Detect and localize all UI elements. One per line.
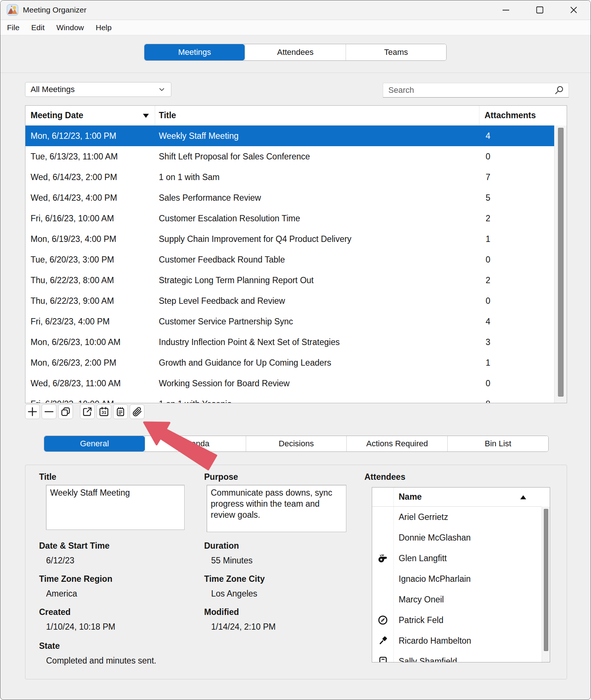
cell-date: Tue, 6/20/23, 3:00 PM	[25, 255, 155, 265]
table-row[interactable]: Fri, 6/23/23, 4:00 PMCustomer Service Pa…	[25, 311, 554, 332]
main-tab-bar: MeetingsAttendeesTeams	[144, 44, 447, 61]
tz-city-value: Los Angeles	[211, 589, 257, 599]
date-start-label: Date & Start Time	[39, 541, 109, 551]
table-row[interactable]: Wed, 6/14/23, 4:00 PMSales Performance R…	[25, 187, 554, 208]
attendee-row[interactable]: Marcy Oneil	[372, 589, 542, 610]
attendee-row[interactable]: Ricardo Hambelton	[372, 630, 542, 651]
cell-date: Tue, 6/13/23, 11:00 AM	[25, 152, 155, 162]
cell-date: Mon, 6/26/23, 2:00 PM	[25, 358, 155, 368]
menu-edit[interactable]: Edit	[31, 23, 45, 32]
attendees-rows: Ariel GerrietzDonnie McGlashanGlen Langf…	[372, 507, 542, 662]
meetings-scrollbar-thumb[interactable]	[558, 128, 563, 397]
attachment-button[interactable]	[130, 404, 144, 419]
table-row[interactable]: Thu, 6/22/23, 9:00 AMStep Level Feedback…	[25, 291, 554, 311]
menu-window[interactable]: Window	[56, 23, 84, 32]
cell-title: Working Session for Board Review	[155, 379, 479, 388]
attendee-row[interactable]: Patrick Feld	[372, 610, 542, 630]
menu-bar: FileEditWindowHelp	[0, 20, 591, 35]
search-input[interactable]	[388, 85, 554, 95]
tab-attendees[interactable]: Attendees	[245, 44, 345, 60]
calendar-31-icon: 31	[99, 407, 109, 417]
tab-teams[interactable]: Teams	[346, 44, 446, 60]
attendee-row[interactable]: Ignacio McPharlain	[372, 569, 542, 589]
open-record-button[interactable]	[80, 404, 95, 419]
column-header-attachments[interactable]: Attachments	[479, 106, 553, 125]
cell-date: Fri, 6/23/23, 4:00 PM	[25, 317, 155, 327]
table-row-clipped[interactable]: Fri, 6/30/23, 10:00 AM1 on 1 with Yeseni…	[25, 394, 554, 403]
title-field[interactable]: Weekly Staff Meeting	[46, 485, 185, 530]
attendees-scrollbar-thumb[interactable]	[544, 509, 548, 651]
table-row[interactable]: Wed, 6/14/23, 2:00 PM1 on 1 with Sam7	[25, 167, 554, 187]
detail-tab-decisions[interactable]: Decisions	[246, 436, 347, 451]
attendee-row[interactable]: Glen Langfitt	[372, 548, 542, 569]
sort-asc-icon	[520, 495, 526, 499]
duration-value: 55 Minutes	[211, 556, 253, 566]
svg-text:31: 31	[101, 410, 106, 415]
detail-tab-bin-list[interactable]: Bin List	[447, 436, 548, 451]
maximize-icon[interactable]	[523, 0, 557, 20]
cell-title: Step Level Feedback and Review	[155, 296, 479, 306]
meetings-table: Meeting Date Title Attachments Mon, 6/12…	[25, 105, 567, 403]
table-row[interactable]: Tue, 6/13/23, 11:00 AMShift Left Proposa…	[25, 146, 554, 167]
table-row[interactable]: Mon, 6/26/23, 2:00 PMGrowth and Guidance…	[25, 352, 554, 373]
table-row[interactable]: Thu, 6/22/23, 8:00 AMStrategic Long Term…	[25, 270, 554, 291]
table-row[interactable]: Mon, 6/12/23, 1:00 PMWeekly Staff Meetin…	[25, 126, 554, 146]
attendee-name: Ariel Gerrietz	[394, 512, 448, 522]
modified-value: 1/14/24, 2:10 PM	[211, 622, 276, 632]
attendee-row[interactable]: Ariel Gerrietz	[372, 507, 542, 527]
cell-attach: 0	[479, 296, 553, 306]
meetings-table-header: Meeting Date Title Attachments	[25, 106, 554, 126]
attendees-scrollbar	[542, 507, 550, 662]
calendar-button[interactable]: 31	[97, 404, 111, 419]
attendees-name-column-header[interactable]: Name	[372, 492, 422, 502]
attendees-list: Name Ariel GerrietzDonnie McGlashanGlen …	[372, 487, 550, 662]
cell-attach: 2	[479, 214, 553, 224]
column-header-meeting-date[interactable]: Meeting Date	[25, 106, 155, 125]
purpose-field[interactable]: Communicate pass downs, sync progress wi…	[207, 485, 346, 532]
detail-tab-bar: GeneralAgendaDecisionsActions RequiredBi…	[44, 436, 549, 452]
cell-title: Strategic Long Term Planning Report Out	[155, 275, 479, 285]
table-row[interactable]: Mon, 6/26/23, 10:00 AMIndustry Inflectio…	[25, 332, 554, 352]
cell-date: Wed, 6/28/23, 11:00 AM	[25, 379, 155, 388]
minimize-icon[interactable]	[489, 0, 523, 20]
tab-meetings[interactable]: Meetings	[144, 44, 245, 60]
attendee-row[interactable]: Donnie McGlashan	[372, 527, 542, 548]
menu-file[interactable]: File	[7, 23, 20, 32]
state-label: State	[39, 641, 60, 651]
cell-title: 1 on 1 with Yesenia	[155, 399, 479, 403]
meetings-filter-dropdown[interactable]: All Meetings	[25, 82, 171, 97]
notes-icon	[115, 407, 126, 417]
attendees-label: Attendees	[364, 472, 405, 482]
detail-tab-agenda[interactable]: Agenda	[145, 436, 246, 451]
table-row[interactable]: Mon, 6/19/23, 4:00 PMSupply Chain Improv…	[25, 229, 554, 249]
cell-attach: 2	[479, 275, 553, 285]
column-header-title[interactable]: Title	[155, 106, 479, 125]
delete-record-button[interactable]	[42, 404, 56, 419]
gavel-icon	[372, 635, 394, 646]
cell-attach: 8	[479, 399, 553, 403]
cell-title: Shift Left Proposal for Sales Conference	[155, 152, 479, 162]
tz-region-value: America	[46, 589, 77, 599]
purpose-field-value: Communicate pass downs, sync progress wi…	[211, 488, 332, 520]
cell-attach: 0	[479, 152, 553, 162]
detail-tab-actions-required[interactable]: Actions Required	[346, 436, 447, 451]
plus-icon	[27, 407, 38, 417]
notes-button[interactable]	[113, 404, 128, 419]
close-icon[interactable]	[557, 0, 591, 20]
cell-date: Mon, 6/26/23, 10:00 AM	[25, 337, 155, 347]
attendee-row[interactable]: Sally Shamfield	[372, 651, 542, 662]
detail-tab-general[interactable]: General	[44, 436, 145, 451]
attendee-name: Ignacio McPharlain	[394, 574, 471, 584]
sort-desc-icon	[143, 114, 149, 118]
table-row[interactable]: Tue, 6/20/23, 3:00 PMCustomer Feedback R…	[25, 249, 554, 270]
title-bar: Meeting Organizer	[0, 0, 591, 20]
menu-help[interactable]: Help	[96, 23, 112, 32]
created-label: Created	[39, 607, 71, 617]
table-row[interactable]: Wed, 6/28/23, 11:00 AMWorking Session fo…	[25, 373, 554, 394]
table-row[interactable]: Fri, 6/16/23, 10:00 AMCustomer Escalatio…	[25, 208, 554, 229]
add-record-button[interactable]	[25, 404, 40, 419]
cell-date: Thu, 6/22/23, 8:00 AM	[25, 275, 155, 285]
duplicate-record-button[interactable]	[58, 404, 73, 419]
cell-date: Fri, 6/30/23, 10:00 AM	[25, 399, 155, 403]
cell-title: Supply Chain Improvement for Q4 Product …	[155, 234, 479, 244]
